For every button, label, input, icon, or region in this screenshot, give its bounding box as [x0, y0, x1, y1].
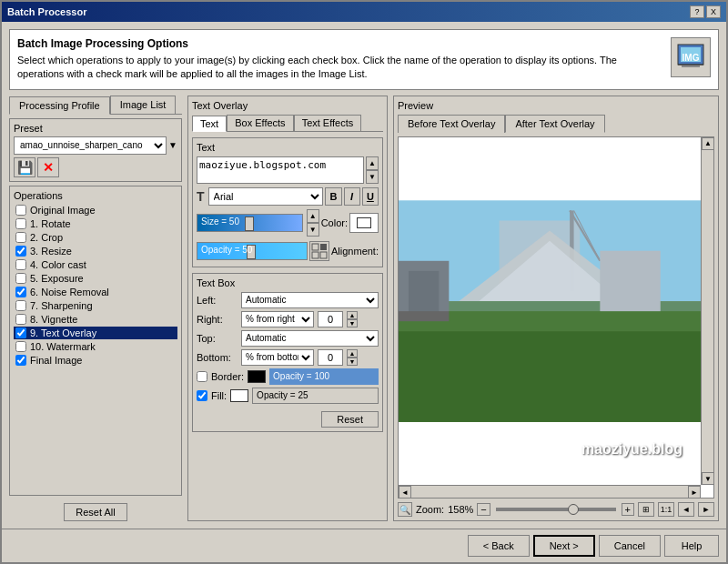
batch-processor-window: Batch Processor ? X Batch Image Processi… [0, 0, 728, 564]
ops-check-crop[interactable] [15, 232, 26, 243]
italic-btn[interactable]: I [344, 187, 360, 206]
bold-btn[interactable]: B [325, 187, 341, 206]
batch-icon: IMG [674, 41, 707, 74]
help-title-btn[interactable]: ? [690, 5, 704, 18]
tb-bottom-down[interactable]: ▼ [347, 358, 358, 366]
tab-image-list[interactable]: Image List [110, 96, 177, 114]
tb-bottom-select[interactable]: % from bottom [241, 349, 314, 366]
preview-scrollbar-v[interactable]: ▲ ▼ [701, 137, 713, 485]
next-btn[interactable]: Next > [533, 535, 595, 557]
scroll-right-arrow[interactable]: ► [688, 486, 701, 499]
zoom-next-btn[interactable]: ► [698, 502, 714, 517]
border-check[interactable] [197, 371, 207, 382]
cancel-btn[interactable]: Cancel [599, 535, 661, 557]
tb-right-up[interactable]: ▲ [347, 311, 358, 319]
text-scroll-down[interactable]: ▼ [366, 170, 379, 184]
underline-btn[interactable]: U [362, 187, 379, 206]
fill-color-swatch[interactable] [230, 389, 248, 402]
border-color-swatch[interactable] [248, 370, 266, 383]
scroll-track-v[interactable] [702, 150, 713, 472]
preset-delete-btn[interactable]: ✕ [37, 157, 59, 177]
ops-check-rotate[interactable] [15, 218, 26, 229]
tb-bottom-label: Bottom: [197, 352, 238, 363]
color-swatch [357, 217, 371, 228]
tb-left-select[interactable]: Automatic [241, 292, 379, 308]
ops-check-watermark[interactable] [15, 341, 26, 352]
border-opacity-label: Opacity = 100 [273, 371, 329, 381]
opacity-slider[interactable]: Opacity = 50 [197, 242, 308, 260]
back-btn[interactable]: < Back [468, 535, 530, 557]
tb-right-select[interactable]: % from right [241, 311, 314, 327]
middle-panel: Text Overlay Text Box Effects Text Effec… [187, 96, 388, 521]
tb-top-row: Top: Automatic [197, 330, 379, 347]
tb-right-num[interactable] [318, 311, 343, 327]
text-input[interactable]: maoziyue.blogspot.com [197, 156, 364, 184]
ops-item-noise[interactable]: 6. Noise Removal [14, 286, 177, 298]
size-down[interactable]: ▼ [307, 223, 319, 237]
ops-item-sharpen[interactable]: 7. Sharpening [14, 299, 177, 312]
scroll-left-arrow[interactable]: ◄ [399, 486, 411, 499]
ops-item-resize[interactable]: 3. Resize [14, 245, 177, 257]
help-btn[interactable]: Help [664, 535, 719, 557]
ops-check-original[interactable] [15, 205, 26, 216]
ops-check-sharpen[interactable] [15, 300, 26, 311]
preset-dropdown-arrow[interactable]: ▼ [168, 140, 177, 150]
text-sub-label: Text [197, 142, 379, 153]
ops-item-final[interactable]: Final Image [14, 354, 177, 367]
ops-check-noise[interactable] [15, 287, 26, 297]
ops-item-textoverlay[interactable]: 9. Text Overlay [14, 327, 177, 339]
ops-check-textoverlay[interactable] [15, 327, 26, 338]
zoom-minus[interactable]: − [477, 503, 490, 516]
size-up[interactable]: ▲ [307, 209, 319, 223]
preview-tab-after[interactable]: After Text Overlay [505, 115, 604, 133]
ops-item-vignette[interactable]: 8. Vignette [14, 313, 177, 326]
overlay-tab-box[interactable]: Box Effects [227, 115, 293, 131]
overlay-reset-btn[interactable]: Reset [321, 411, 379, 428]
preset-label: Preset [14, 123, 177, 134]
zoom-slider[interactable] [496, 508, 616, 511]
reset-all-btn[interactable]: Reset All [64, 503, 126, 521]
scroll-down-arrow[interactable]: ▼ [702, 472, 714, 485]
tb-right-down[interactable]: ▼ [347, 319, 358, 327]
tb-top-select[interactable]: Automatic [241, 330, 379, 347]
zoom-actual-btn[interactable]: 1:1 [658, 502, 674, 517]
tb-left-label: Left: [197, 295, 238, 306]
scroll-track-h[interactable] [411, 486, 688, 498]
ops-check-colorcast[interactable] [15, 259, 26, 270]
color-picker[interactable] [349, 213, 379, 233]
ops-label-exposure: 5. Exposure [30, 273, 84, 284]
ops-item-rotate[interactable]: 1. Rotate [14, 217, 177, 230]
preview-scrollbar-h[interactable]: ◄ ► [399, 485, 701, 498]
zoom-fit-btn[interactable]: ⊞ [638, 502, 654, 517]
text-scroll-up[interactable]: ▲ [366, 156, 379, 170]
scroll-up-arrow[interactable]: ▲ [702, 137, 714, 150]
ops-item-colorcast[interactable]: 4. Color cast [14, 258, 177, 271]
ops-item-watermark[interactable]: 10. Watermark [14, 340, 177, 353]
ops-item-exposure[interactable]: 5. Exposure [14, 272, 177, 285]
font-select[interactable]: Arial [208, 187, 324, 206]
zoom-prev-btn[interactable]: ◄ [678, 502, 694, 517]
overlay-tab-text[interactable]: Text [192, 116, 227, 132]
ops-check-exposure[interactable] [15, 273, 26, 284]
zoom-plus[interactable]: + [622, 503, 634, 516]
tb-bottom-num[interactable] [318, 349, 343, 366]
alignment-svg [311, 243, 328, 259]
preview-label: Preview [398, 100, 714, 111]
preset-save-btn[interactable]: 💾 [14, 157, 35, 177]
size-slider[interactable]: Size = 50 [197, 214, 303, 232]
ops-item-original[interactable]: Original Image [14, 204, 177, 217]
overlay-tab-textfx[interactable]: Text Effects [294, 115, 362, 131]
preview-tab-bar: Before Text Overlay After Text Overlay [398, 115, 714, 133]
tab-processing-profile[interactable]: Processing Profile [9, 96, 110, 115]
ops-check-resize[interactable] [15, 246, 26, 257]
ops-item-crop[interactable]: 2. Crop [14, 231, 177, 244]
ops-check-final[interactable] [15, 355, 26, 366]
tb-bottom-up[interactable]: ▲ [347, 349, 358, 358]
fill-check[interactable] [197, 390, 207, 401]
ops-check-vignette[interactable] [15, 314, 26, 325]
text-sub-group: Text maoziyue.blogspot.com ▲ ▼ T [192, 137, 383, 267]
preview-tab-before[interactable]: Before Text Overlay [398, 115, 505, 133]
size-thumb [245, 217, 254, 231]
close-title-btn[interactable]: X [706, 5, 721, 18]
preset-select[interactable]: amao_unnoise_sharpen_cano [14, 136, 167, 155]
